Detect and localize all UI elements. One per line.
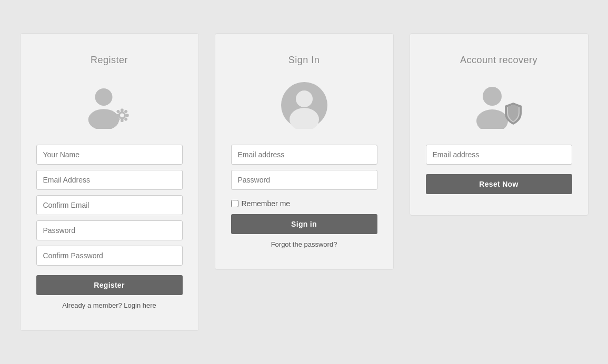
remember-me-row: Remember me xyxy=(231,199,377,208)
recovery-email-group xyxy=(426,145,572,165)
recovery-email-input[interactable] xyxy=(426,145,572,165)
register-password-input[interactable] xyxy=(36,220,183,240)
register-icon-container xyxy=(81,82,138,129)
register-name-input[interactable] xyxy=(36,145,183,165)
signin-email-input[interactable] xyxy=(231,145,377,165)
reset-button[interactable]: Reset Now xyxy=(426,174,572,194)
remember-checkbox[interactable] xyxy=(231,200,238,207)
remember-label: Remember me xyxy=(242,199,291,208)
svg-rect-4 xyxy=(121,108,124,112)
recovery-title: Account recovery xyxy=(460,55,537,66)
svg-point-3 xyxy=(120,114,124,117)
signin-user-icon xyxy=(281,82,328,129)
recovery-card: Account recovery Reset Now xyxy=(410,33,589,216)
signin-password-group xyxy=(231,170,377,190)
signin-button[interactable]: Sign in xyxy=(231,214,377,234)
register-card: Register xyxy=(20,33,199,331)
register-confirm-password-group xyxy=(36,246,183,266)
recovery-icon-container xyxy=(470,82,528,129)
svg-point-1 xyxy=(88,109,119,129)
svg-rect-7 xyxy=(125,114,128,117)
register-confirm-email-group xyxy=(36,195,183,215)
forgot-password-link[interactable]: Forgot the password? xyxy=(271,240,337,248)
signin-title: Sign In xyxy=(288,55,320,66)
register-email-group xyxy=(36,170,183,190)
register-email-input[interactable] xyxy=(36,170,183,190)
register-login-link[interactable]: Already a member? Login here xyxy=(62,301,156,309)
recovery-user-icon xyxy=(470,82,528,129)
svg-point-13 xyxy=(296,90,313,107)
register-password-group xyxy=(36,220,183,240)
register-button[interactable]: Register xyxy=(36,275,183,295)
panels-container: Register xyxy=(0,12,608,352)
svg-point-15 xyxy=(483,87,502,106)
register-user-icon xyxy=(81,82,138,129)
svg-rect-6 xyxy=(115,114,118,117)
signin-card: Sign In Remember me Sign in Forgot the p… xyxy=(215,33,394,270)
svg-point-0 xyxy=(95,88,112,106)
signin-email-group xyxy=(231,145,377,165)
register-title: Register xyxy=(91,55,128,66)
svg-point-16 xyxy=(476,109,508,129)
register-confirm-email-input[interactable] xyxy=(36,195,183,215)
register-confirm-password-input[interactable] xyxy=(36,246,183,266)
signin-password-input[interactable] xyxy=(231,170,377,190)
register-name-group xyxy=(36,145,183,165)
signin-icon-container xyxy=(275,82,333,129)
svg-rect-5 xyxy=(121,119,124,122)
